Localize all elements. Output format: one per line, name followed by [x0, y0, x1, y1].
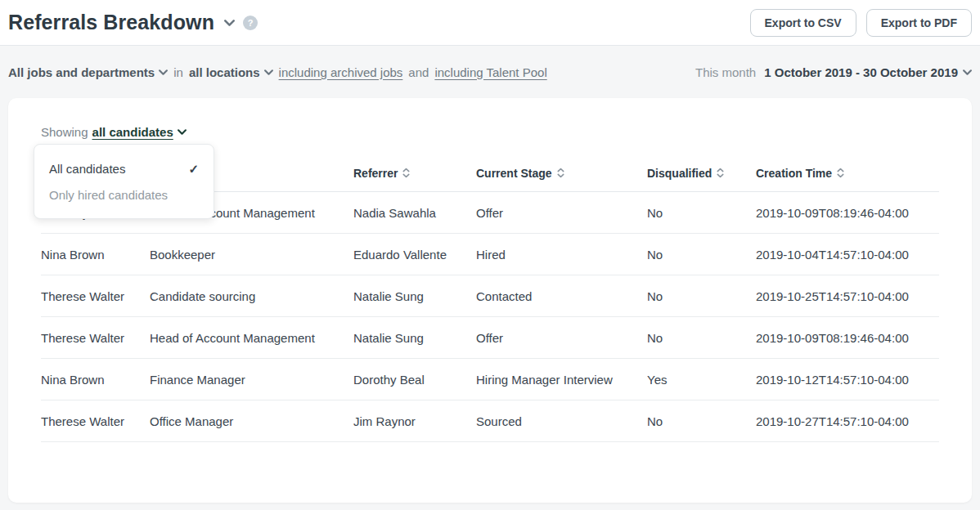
- sort-icon: [557, 168, 564, 178]
- export-csv-button[interactable]: Export to CSV: [750, 9, 856, 37]
- table-cell: Eduardo Vallente: [353, 248, 476, 262]
- sort-icon: [402, 168, 410, 178]
- jobs-filter-label: All jobs and departments: [8, 65, 155, 79]
- sort-icon: [837, 168, 844, 178]
- chevron-down-icon: [963, 69, 972, 75]
- talent-pool-toggle-link[interactable]: including Talent Pool: [434, 65, 546, 79]
- table-cell: 2019-10-12T14:57:10-04:00: [756, 373, 939, 387]
- chevron-down-icon: [159, 69, 168, 75]
- date-range-value: 1 October 2019 - 30 October 2019: [764, 65, 958, 79]
- table-cell: No: [647, 289, 756, 303]
- period-label: This month: [695, 65, 756, 79]
- table-cell: Contacted: [476, 289, 647, 303]
- column-header-referrer[interactable]: Referrer: [353, 167, 476, 180]
- showing-label: Showing: [41, 125, 88, 139]
- table-cell: Candidate sourcing: [150, 289, 353, 303]
- column-header-creation-time[interactable]: Creation Time: [756, 167, 939, 180]
- table-cell: Hiring Manager Interview: [476, 373, 647, 387]
- candidates-filter-value: all candidates: [92, 125, 173, 139]
- column-header-disqualified[interactable]: Disqualified: [647, 167, 756, 180]
- table-body: Nick BojovicHead of Account ManagementNa…: [41, 192, 939, 442]
- locations-filter-label: all locations: [189, 65, 260, 79]
- check-icon: ✓: [188, 156, 199, 182]
- table-cell: 2019-10-04T14:57:10-04:00: [756, 248, 939, 262]
- export-pdf-button[interactable]: Export to PDF: [866, 9, 972, 37]
- candidates-filter-menu: All candidates ✓ Only hired candidates: [34, 144, 214, 219]
- table-cell: Nina Brown: [41, 373, 150, 387]
- export-buttons: Export to CSV Export to PDF: [750, 9, 972, 37]
- menu-item-label: All candidates: [49, 156, 125, 182]
- page-title: Referrals Breakdown: [8, 11, 214, 34]
- help-icon[interactable]: ?: [243, 16, 258, 30]
- table-cell: Offer: [476, 331, 647, 345]
- table-cell: Finance Manager: [150, 373, 353, 387]
- title-chevron-down-icon[interactable]: [224, 20, 235, 26]
- menu-item-all-candidates[interactable]: All candidates ✓: [34, 156, 214, 182]
- table-cell: No: [647, 414, 756, 428]
- table-cell: No: [647, 248, 756, 262]
- menu-item-label: Only hired candidates: [49, 182, 168, 208]
- date-range-dropdown[interactable]: 1 October 2019 - 30 October 2019: [764, 65, 972, 79]
- column-header-current-stage[interactable]: Current Stage: [476, 167, 647, 180]
- table-cell: 2019-10-25T14:57:10-04:00: [756, 289, 939, 303]
- in-label: in: [173, 65, 183, 79]
- table-cell: Therese Walter: [41, 331, 150, 345]
- table-cell: 2019-10-09T08:19:46-04:00: [756, 331, 939, 345]
- table-cell: 2019-10-27T14:57:10-04:00: [756, 414, 939, 428]
- table-cell: Jim Raynor: [353, 414, 476, 428]
- table-cell: Nadia Sawahla: [353, 206, 476, 220]
- table-cell: Natalie Sung: [353, 331, 476, 345]
- table-cell: No: [647, 331, 756, 345]
- table-cell: Therese Walter: [41, 414, 150, 428]
- jobs-filter-dropdown[interactable]: All jobs and departments: [8, 65, 168, 79]
- title-group: Referrals Breakdown ?: [8, 11, 258, 34]
- chevron-down-icon: [178, 129, 187, 135]
- filter-bar: All jobs and departments in all location…: [0, 46, 980, 98]
- top-bar: Referrals Breakdown ? Export to CSV Expo…: [0, 0, 980, 46]
- table-cell: Hired: [476, 248, 647, 262]
- table-cell: Therese Walter: [41, 289, 150, 303]
- and-label: and: [408, 65, 429, 79]
- chevron-down-icon: [264, 69, 273, 75]
- locations-filter-dropdown[interactable]: all locations: [189, 65, 273, 79]
- table-cell: Office Manager: [150, 414, 353, 428]
- report-card: Showing all candidates All candidates ✓ …: [8, 98, 972, 503]
- candidates-filter-dropdown[interactable]: all candidates: [92, 125, 187, 139]
- table-cell: No: [647, 206, 756, 220]
- filter-right: This month 1 October 2019 - 30 October 2…: [695, 65, 972, 79]
- table-cell: Natalie Sung: [353, 289, 476, 303]
- table-row: Therese WalterOffice ManagerJim RaynorSo…: [41, 400, 939, 442]
- table-cell: Nina Brown: [41, 248, 150, 262]
- table-row: Nina BrownFinance ManagerDorothy BealHir…: [41, 359, 939, 400]
- table-cell: Dorothy Beal: [353, 373, 476, 387]
- table-cell: Offer: [476, 206, 647, 220]
- table-cell: Yes: [647, 373, 756, 387]
- filter-left: All jobs and departments in all location…: [8, 65, 547, 79]
- archived-jobs-toggle-link[interactable]: including archived jobs: [279, 65, 403, 79]
- table-cell: Sourced: [476, 414, 647, 428]
- table-row: Therese WalterCandidate sourcingNatalie …: [41, 275, 939, 317]
- showing-row: Showing all candidates: [41, 98, 939, 139]
- menu-item-only-hired-candidates[interactable]: Only hired candidates: [34, 182, 214, 208]
- table-cell: 2019-10-09T08:19:46-04:00: [756, 206, 939, 220]
- table-cell: Head of Account Management: [150, 331, 353, 345]
- table-row: Therese WalterHead of Account Management…: [41, 317, 939, 359]
- table-row: Nina BrownBookkeeperEduardo VallenteHire…: [41, 234, 939, 275]
- table-cell: Bookkeeper: [150, 248, 353, 262]
- sort-icon: [717, 168, 724, 178]
